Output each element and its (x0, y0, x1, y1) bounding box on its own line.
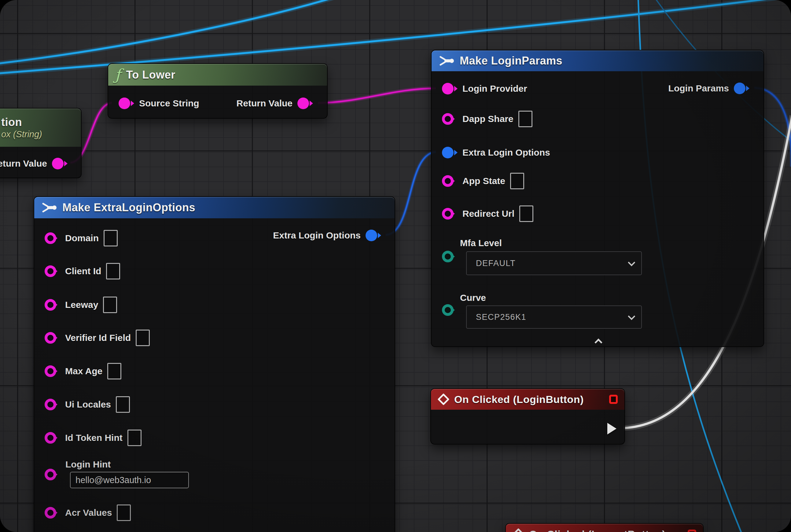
node-on-clicked-login-button[interactable]: On Clicked (LoginButton) (430, 388, 625, 444)
collapse-node-chevron-icon[interactable] (595, 339, 602, 346)
node-make-login-params[interactable]: Make LoginParams Login Provider Login Pa… (431, 50, 764, 347)
pin-label-extra-login-options-out: Extra Login Options (273, 230, 361, 241)
ui-locales-checkbox[interactable] (116, 396, 130, 413)
input-pin-login-provider[interactable] (442, 83, 454, 94)
node-make-extra-login-options[interactable]: Make ExtraLoginOptions Extra Login Optio… (34, 196, 395, 532)
node-text-source-header[interactable]: tion ox (String) (0, 109, 81, 147)
input-pin-source-string[interactable] (119, 97, 130, 109)
pin-label-return-value-fragment: eturn Value (0, 158, 47, 169)
chevron-down-icon (628, 259, 635, 266)
pin-label-max-age: Max Age (65, 366, 102, 376)
blueprint-graph-canvas[interactable]: tion ox (String) eturn Value ƒ To Lower … (0, 0, 791, 532)
node-title: To Lower (126, 69, 175, 81)
make-struct-icon (41, 201, 57, 214)
mfa-level-label: Mfa Level (460, 238, 502, 248)
curve-dropdown[interactable]: SECP256K1 (466, 305, 642, 329)
bound-event-icon[interactable] (609, 395, 618, 404)
input-pin-domain[interactable] (45, 232, 56, 244)
curve-label: Curve (460, 292, 486, 303)
chevron-down-icon (628, 312, 635, 320)
node-make-extra-login-options-header[interactable]: Make ExtraLoginOptions (34, 197, 394, 218)
node-to-lower-header[interactable]: ƒ To Lower (108, 64, 327, 86)
input-pin-dapp-share[interactable] (442, 113, 454, 125)
wire-cyan-steep-glow (0, 0, 334, 63)
pin-label-domain: Domain (65, 233, 99, 243)
pin-label-login-provider: Login Provider (462, 83, 527, 94)
node-title: Make ExtraLoginOptions (62, 201, 195, 214)
pin-label-client-id: Client Id (65, 266, 101, 277)
dapp-share-checkbox[interactable] (518, 111, 533, 127)
login-hint-label: Login Hint (65, 459, 111, 470)
input-pin-verifier-id-field[interactable] (45, 332, 56, 344)
input-pin-client-id[interactable] (45, 265, 56, 277)
app-state-checkbox[interactable] (510, 173, 524, 189)
output-pin-extra-login-options[interactable] (366, 230, 377, 241)
domain-checkbox[interactable] (103, 230, 118, 246)
curve-value: SECP256K1 (476, 312, 526, 322)
node-title: On Clicked (LoginButton) (454, 394, 584, 405)
client-id-checkbox[interactable] (106, 263, 120, 280)
verifier-id-field-checkbox[interactable] (136, 329, 150, 346)
pin-label-return-value: Return Value (236, 98, 292, 109)
exec-output-pin[interactable] (607, 423, 616, 435)
input-pin-ui-locales[interactable] (45, 399, 56, 410)
leeway-checkbox[interactable] (103, 297, 117, 313)
input-pin-extra-login-options[interactable] (442, 147, 454, 158)
node-to-lower[interactable]: ƒ To Lower Source String Return Value (108, 63, 328, 119)
mfa-level-value: DEFAULT (476, 259, 516, 268)
node-on-clicked-logout-header[interactable]: On Clicked (LogoutButton) (506, 524, 703, 532)
pin-label-extra-login-options: Extra Login Options (462, 147, 550, 158)
node-title: On Clicked (LogoutButton) (529, 528, 666, 532)
input-pin-max-age[interactable] (45, 365, 56, 377)
pin-label-redirect-url: Redirect Url (462, 209, 515, 219)
pin-label-login-params: Login Params (669, 83, 729, 94)
node-subtitle-fragment: ox (String) (1, 129, 42, 139)
bound-event-icon[interactable] (688, 530, 696, 532)
max-age-checkbox[interactable] (107, 363, 121, 379)
pin-label-app-state: App State (462, 176, 505, 186)
node-title-fragment: tion (1, 116, 22, 129)
login-hint-input[interactable] (70, 472, 189, 488)
node-on-clicked-logout-button[interactable]: On Clicked (LogoutButton) (505, 523, 703, 532)
pin-label-dapp-share: Dapp Share (462, 114, 514, 124)
make-struct-icon (438, 54, 454, 67)
event-diamond-icon (438, 394, 449, 405)
input-pin-mfa-level[interactable] (442, 251, 454, 262)
input-pin-leeway[interactable] (45, 299, 56, 311)
pin-label-id-token-hint: Id Token Hint (65, 433, 122, 443)
pin-label-leeway: Leeway (65, 300, 98, 310)
redirect-url-checkbox[interactable] (519, 206, 533, 222)
output-pin-return-value[interactable] (297, 97, 309, 109)
input-pin-app-state[interactable] (442, 175, 454, 187)
node-title: Make LoginParams (460, 54, 562, 67)
node-on-clicked-login-header[interactable]: On Clicked (LoginButton) (431, 389, 624, 410)
acr-values-checkbox[interactable] (117, 505, 131, 521)
id-token-hint-checkbox[interactable] (128, 430, 141, 446)
event-diamond-icon (513, 528, 524, 532)
input-pin-login-hint[interactable] (45, 469, 56, 480)
input-pin-curve[interactable] (442, 304, 454, 316)
node-make-login-params-header[interactable]: Make LoginParams (431, 51, 764, 71)
output-pin-login-params[interactable] (734, 82, 746, 94)
pin-label-verifier-id-field: Verifier Id Field (65, 332, 131, 343)
input-pin-redirect-url[interactable] (442, 208, 454, 220)
output-pin-return-value[interactable] (52, 158, 63, 169)
input-pin-id-token-hint[interactable] (45, 432, 56, 444)
pin-label-source-string: Source String (139, 98, 199, 109)
pin-label-ui-locales: Ui Locales (65, 399, 111, 410)
function-icon: ƒ (115, 67, 121, 82)
pin-label-acr-values: Acr Values (65, 508, 112, 518)
node-text-source-partial[interactable]: tion ox (String) eturn Value (0, 108, 82, 178)
mfa-level-dropdown[interactable]: DEFAULT (466, 251, 642, 275)
input-pin-acr-values[interactable] (45, 507, 56, 518)
